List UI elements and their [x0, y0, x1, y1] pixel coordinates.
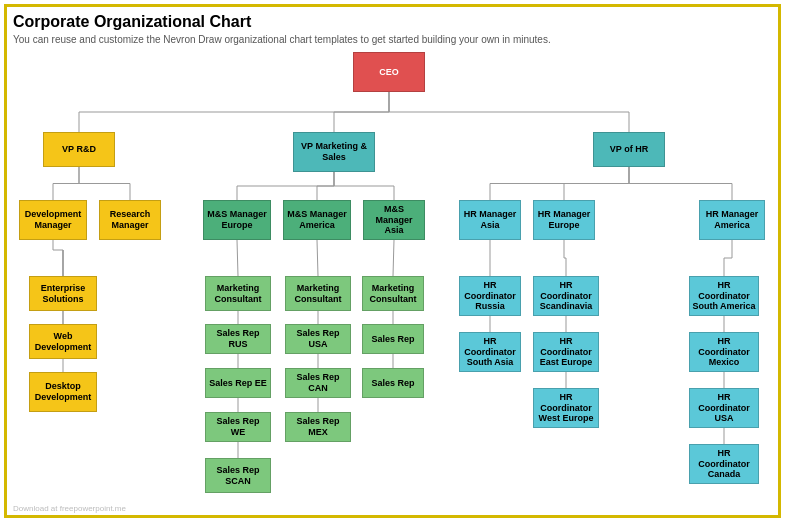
node-mkt_con1: Marketing Consultant [205, 276, 271, 311]
node-hrc_can: HR Coordinator Canada [689, 444, 759, 484]
node-sr_we: Sales Rep WE [205, 412, 271, 442]
node-hrc_we: HR Coordinator West Europe [533, 388, 599, 428]
node-hr_eu: HR Manager Europe [533, 200, 595, 240]
node-sr_can: Sales Rep CAN [285, 368, 351, 398]
node-sr_ee: Sales Rep EE [205, 368, 271, 398]
svg-line-47 [393, 240, 394, 276]
chart-area: CEOVP R&DVP Marketing & SalesVP of HRDev… [13, 52, 772, 492]
page-title: Corporate Organizational Chart [13, 13, 772, 31]
node-vp_mkt: VP Marketing & Sales [293, 132, 375, 172]
node-vp_hr: VP of HR [593, 132, 665, 167]
node-ms_am: M&S Manager America [283, 200, 351, 240]
svg-line-43 [317, 240, 318, 276]
node-res_mgr: Research Manager [99, 200, 161, 240]
node-vp_rd: VP R&D [43, 132, 115, 167]
node-hr_am: HR Manager America [699, 200, 765, 240]
node-sr_scan: Sales Rep SCAN [205, 458, 271, 493]
node-hrc_scan: HR Coordinator Scandinavia [533, 276, 599, 316]
connectors-svg [13, 52, 772, 492]
node-sr_rus: Sales Rep RUS [205, 324, 271, 354]
node-web_dev: Web Development [29, 324, 97, 359]
node-hrc_ee: HR Coordinator East Europe [533, 332, 599, 372]
page-subtitle: You can reuse and customize the Nevron D… [13, 33, 772, 46]
watermark: Download at freepowerpoint.me [13, 504, 126, 513]
node-hrc_russia: HR Coordinator Russia [459, 276, 521, 316]
node-sr_usa: Sales Rep USA [285, 324, 351, 354]
node-dev_mgr: Development Manager [19, 200, 87, 240]
node-ms_eu: M&S Manager Europe [203, 200, 271, 240]
svg-line-38 [237, 240, 238, 276]
node-hrc_sam: HR Coordinator South America [689, 276, 759, 316]
node-sr1: Sales Rep [362, 324, 424, 354]
node-ceo: CEO [353, 52, 425, 92]
node-hr_asia: HR Manager Asia [459, 200, 521, 240]
node-sr_mex: Sales Rep MEX [285, 412, 351, 442]
node-desk_dev: Desktop Development [29, 372, 97, 412]
node-hrc_usa: HR Coordinator USA [689, 388, 759, 428]
node-ent_sol: Enterprise Solutions [29, 276, 97, 311]
node-hrc_mex: HR Coordinator Mexico [689, 332, 759, 372]
node-hrc_sas: HR Coordinator South Asia [459, 332, 521, 372]
outer-border: Corporate Organizational Chart You can r… [4, 4, 781, 518]
node-sr2: Sales Rep [362, 368, 424, 398]
node-ms_as: M&S Manager Asia [363, 200, 425, 240]
node-mkt_con2: Marketing Consultant [285, 276, 351, 311]
node-mkt_con3: Marketing Consultant [362, 276, 424, 311]
